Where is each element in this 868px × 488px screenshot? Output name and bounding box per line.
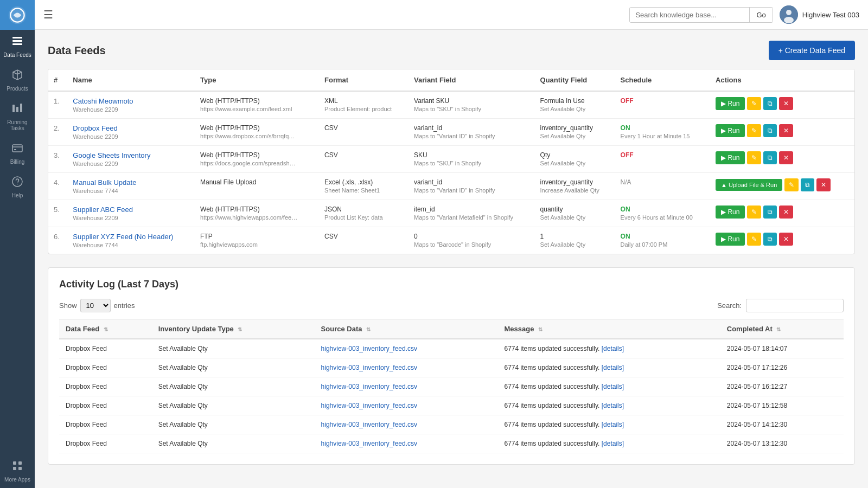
feed-variant-sub: Maps to "Variant ID" in Shopify: [414, 133, 529, 139]
create-data-feed-button[interactable]: + Create Data Feed: [769, 41, 855, 60]
activity-source-link[interactable]: highview-003_inventory_feed.csv: [321, 440, 417, 447]
sidebar-item-more-apps[interactable]: More Apps: [0, 454, 35, 488]
feed-actions-cell: ▶ Run✎⧉✕: [710, 146, 854, 173]
activity-source-link[interactable]: highview-003_inventory_feed.csv: [321, 345, 417, 352]
feed-url: https://docs.google.com/spreadsheets/d/.…: [200, 160, 298, 166]
feed-name-link[interactable]: Google Sheets Inventory: [73, 151, 150, 159]
edit-button[interactable]: ✎: [747, 124, 761, 137]
entries-select[interactable]: 10 25 50 100: [80, 299, 111, 312]
sort-icon: ⇅: [776, 326, 781, 332]
activity-details-link[interactable]: [details]: [602, 364, 624, 371]
row-number: 4.: [48, 173, 67, 200]
hamburger-menu[interactable]: ☰: [43, 8, 53, 21]
run-button[interactable]: ▶ Run: [716, 151, 745, 164]
activity-feed: Dropbox Feed: [59, 396, 152, 415]
feed-format-sub: Product List Key: data: [324, 214, 403, 221]
edit-button[interactable]: ✎: [747, 97, 761, 110]
feed-schedule-cell: ONEvery 1 Hour at Minute 15: [615, 119, 711, 146]
col-message: Message ⇅: [498, 319, 720, 339]
activity-update-type: Set Available Qty: [152, 339, 315, 358]
feed-variant-field: SKU: [414, 151, 529, 159]
activity-source-link[interactable]: highview-003_inventory_feed.csv: [321, 421, 417, 428]
activity-details-link[interactable]: [details]: [602, 440, 624, 447]
edit-button[interactable]: ✎: [747, 151, 761, 164]
feed-variant-cell: 0 Maps to "Barcode" in Shopify: [409, 227, 535, 254]
sidebar-item-help[interactable]: Help: [0, 170, 35, 204]
copy-button[interactable]: ⧉: [763, 206, 777, 219]
delete-button[interactable]: ✕: [779, 97, 793, 110]
sidebar-item-products[interactable]: Products: [0, 63, 35, 97]
activity-feed: Dropbox Feed: [59, 339, 152, 358]
go-button[interactable]: Go: [749, 8, 772, 22]
sidebar-item-running-tasks[interactable]: Running Tasks: [0, 97, 35, 137]
run-button[interactable]: ▶ Run: [716, 206, 745, 219]
edit-button[interactable]: ✎: [747, 206, 761, 219]
feed-name-link[interactable]: Catoshi Meowmoto: [73, 97, 133, 105]
feed-format-sub: Sheet Name: Sheet1: [324, 187, 403, 194]
copy-button[interactable]: ⧉: [763, 97, 777, 110]
main-area: ☰ Go Highview Test 003 Data Feeds + Crea…: [35, 0, 868, 488]
edit-button[interactable]: ✎: [784, 178, 799, 191]
activity-source-link[interactable]: highview-003_inventory_feed.csv: [321, 383, 417, 390]
run-button[interactable]: ▶ Run: [716, 97, 745, 110]
svg-rect-8: [14, 149, 16, 150]
delete-button[interactable]: ✕: [816, 178, 831, 191]
copy-button[interactable]: ⧉: [763, 151, 777, 164]
delete-button[interactable]: ✕: [779, 151, 793, 164]
feed-name-cell: Google Sheets Inventory Warehouse 2209: [67, 146, 195, 173]
feed-warehouse: Warehouse 2209: [73, 133, 189, 140]
running-tasks-icon: [11, 102, 23, 117]
feed-variant-sub: Maps to "SKU" in Shopify: [414, 106, 529, 112]
feed-name-cell: Supplier XYZ Feed (No Header) Warehouse …: [67, 227, 195, 254]
feed-variant-cell: SKU Maps to "SKU" in Shopify: [409, 146, 535, 173]
feed-actions-cell: ▶ Run✎⧉✕: [710, 200, 854, 227]
feed-qty-field: Formula In Use: [540, 97, 610, 105]
products-icon: [11, 69, 23, 84]
search-input[interactable]: [630, 8, 749, 22]
run-button[interactable]: ▶ Run: [716, 233, 745, 246]
delete-button[interactable]: ✕: [779, 124, 793, 137]
feed-name-link[interactable]: Manual Bulk Update: [73, 178, 136, 187]
user-area[interactable]: Highview Test 003: [780, 5, 859, 24]
feed-name-link[interactable]: Dropbox Feed: [73, 124, 117, 132]
table-row: 2. Dropbox Feed Warehouse 2209 Web (HTTP…: [48, 119, 854, 146]
copy-button[interactable]: ⧉: [801, 178, 814, 191]
feed-qty-sub: Set Available Qty: [540, 133, 610, 139]
copy-button[interactable]: ⧉: [763, 124, 777, 137]
sidebar-item-billing[interactable]: Billing: [0, 137, 35, 170]
activity-update-type: Set Available Qty: [152, 358, 315, 377]
billing-icon: [11, 142, 23, 157]
activity-details-link[interactable]: [details]: [602, 345, 624, 352]
feed-format-cell: CSV: [319, 119, 409, 146]
data-feeds-title: Data Feeds: [48, 44, 106, 57]
activity-source-link[interactable]: highview-003_inventory_feed.csv: [321, 364, 417, 371]
sidebar-item-data-feeds[interactable]: Data Feeds: [0, 30, 35, 63]
feed-name-link[interactable]: Supplier ABC Feed: [73, 206, 133, 214]
activity-source: highview-003_inventory_feed.csv: [315, 377, 498, 396]
copy-button[interactable]: ⧉: [763, 233, 777, 246]
activity-source-link[interactable]: highview-003_inventory_feed.csv: [321, 402, 417, 409]
feed-format-cell: XML Product Element: product: [319, 91, 409, 119]
feed-name-link[interactable]: Supplier XYZ Feed (No Header): [73, 233, 173, 241]
feed-variant-cell: variant_id Maps to "Variant ID" in Shopi…: [409, 173, 535, 200]
delete-button[interactable]: ✕: [779, 206, 793, 219]
upload-run-button[interactable]: ▲ Upload File & Run: [716, 179, 782, 191]
more-apps-icon: [11, 460, 23, 474]
activity-search-input[interactable]: [746, 299, 844, 312]
activity-details-link[interactable]: [details]: [602, 402, 624, 409]
app-logo[interactable]: [0, 0, 35, 30]
feed-qty-cell: 1 Set Available Qty: [535, 227, 615, 254]
activity-details-link[interactable]: [details]: [602, 421, 624, 428]
col-actions: Actions: [710, 69, 854, 91]
feed-type: Web (HTTP/HTTPS): [200, 151, 314, 159]
feed-type: FTP: [200, 233, 314, 240]
feed-schedule-cell: ONEvery 6 Hours at Minute 00: [615, 200, 711, 227]
run-button[interactable]: ▶ Run: [716, 124, 745, 137]
activity-details-link[interactable]: [details]: [602, 383, 624, 390]
delete-button[interactable]: ✕: [779, 233, 793, 246]
feed-format-cell: CSV: [319, 227, 409, 254]
svg-rect-6: [20, 104, 22, 112]
feed-variant-sub: Maps to "Variant ID" in Shopify: [414, 187, 529, 194]
edit-button[interactable]: ✎: [747, 233, 761, 246]
activity-source: highview-003_inventory_feed.csv: [315, 434, 498, 453]
